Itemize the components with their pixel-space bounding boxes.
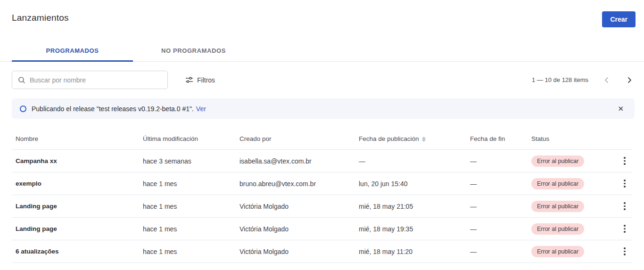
cell-modificacion: hace 1 mes [143, 203, 239, 210]
cell-publicacion: mié, 18 may 21:05 [359, 203, 470, 210]
status-badge: Error al publicar [531, 155, 584, 167]
cell-nombre[interactable]: Campanha xx [12, 157, 143, 164]
cell-publicacion: mié, 18 may 19:35 [359, 225, 470, 233]
cell-publicacion: lun, 20 jun 15:40 [359, 180, 470, 188]
column-header-publicacion[interactable]: Fecha de publicación [359, 135, 470, 142]
column-header-publicacion-label: Fecha de publicación [359, 135, 419, 142]
search-icon [18, 76, 25, 84]
banner-close-button[interactable]: ✕ [615, 103, 627, 114]
table-row[interactable]: Landing page hace 1 mes Victória Molgado… [12, 195, 632, 218]
page-title: Lanzamientos [12, 11, 69, 23]
cell-fin: — [470, 203, 531, 210]
table-header-row: Nombre Última modificación Creado por Fe… [12, 128, 632, 150]
table-row[interactable]: Landing page hace 1 mes Victória Molgado… [12, 218, 632, 240]
spinner-icon [20, 106, 26, 112]
status-badge: Error al publicar [531, 246, 584, 257]
cell-nombre[interactable]: Landing page [12, 203, 143, 210]
releases-page: Lanzamientos Crear PROGRAMADOS NO PROGRA… [0, 0, 644, 270]
cell-fin: — [470, 248, 531, 255]
tab-no-programados[interactable]: NO PROGRAMADOS [133, 41, 254, 62]
cell-nombre[interactable]: 6 atualizações [12, 248, 143, 255]
row-menu-button[interactable] [617, 154, 632, 168]
pagination: 1 — 10 de 128 items [532, 74, 635, 86]
cell-modificacion: hace 1 mes [143, 248, 239, 255]
status-badge: Error al publicar [531, 223, 584, 235]
kebab-icon [624, 225, 626, 227]
tab-bar: PROGRAMADOS NO PROGRAMADOS [0, 41, 644, 62]
kebab-icon [624, 180, 626, 181]
kebab-icon [624, 157, 626, 159]
chevron-right-icon [627, 77, 632, 83]
row-menu-button[interactable] [617, 245, 632, 258]
filters-label: Filtros [197, 76, 215, 84]
table-row[interactable]: 6 atualizações hace 1 mes Victória Molga… [12, 240, 632, 263]
table-row[interactable]: exemplo hace 1 mes bruno.abreu@vtex.com.… [12, 172, 632, 195]
cell-creado: isabella.sa@vtex.com.br [239, 157, 359, 165]
tab-programados[interactable]: PROGRAMADOS [12, 41, 133, 62]
cell-creado: Victória Molgado [239, 203, 359, 210]
cell-modificacion: hace 3 semanas [143, 157, 239, 165]
cell-modificacion: hace 1 mes [143, 180, 239, 188]
chevron-left-icon [604, 77, 609, 83]
column-header-status: Status [531, 135, 613, 142]
prev-page-button[interactable] [602, 74, 611, 86]
kebab-icon [624, 202, 626, 204]
create-button[interactable]: Crear [602, 11, 636, 27]
column-header-nombre: Nombre [12, 135, 143, 142]
releases-table: Nombre Última modificación Creado por Fe… [12, 128, 632, 263]
column-header-modificacion: Última modificación [143, 135, 239, 142]
status-badge: Error al publicar [531, 178, 584, 189]
page-header: Lanzamientos Crear [0, 0, 644, 27]
cell-publicacion: — [359, 157, 470, 165]
cell-fin: — [470, 225, 531, 233]
cell-nombre[interactable]: exemplo [12, 180, 143, 187]
cell-creado: bruno.abreu@vtex.com.br [239, 180, 359, 188]
status-badge: Error al publicar [531, 201, 584, 212]
cell-publicacion: mié, 18 may 11:20 [359, 248, 470, 255]
banner-view-link[interactable]: Ver [196, 105, 206, 113]
cell-nombre[interactable]: Landing page [12, 225, 143, 232]
toolbar: Filtros 1 — 10 de 128 items [0, 62, 644, 89]
filter-icon [185, 76, 193, 83]
column-header-fin: Fecha de fin [470, 135, 531, 142]
sort-icon[interactable] [422, 137, 426, 142]
cell-fin: — [470, 180, 531, 188]
cell-creado: Victória Molgado [239, 248, 359, 255]
row-menu-button[interactable] [617, 199, 632, 213]
next-page-button[interactable] [625, 74, 635, 86]
close-icon: ✕ [618, 105, 624, 113]
banner-message: Publicando el release "test releases v0.… [32, 105, 194, 113]
pagination-range: 1 — 10 de 128 items [532, 76, 588, 83]
cell-creado: Victória Molgado [239, 225, 359, 233]
filters-button[interactable]: Filtros [185, 76, 215, 84]
column-header-creado: Creado por [239, 135, 359, 142]
cell-modificacion: hace 1 mes [143, 225, 239, 233]
kebab-icon [624, 247, 626, 249]
row-menu-button[interactable] [617, 177, 632, 190]
search-box[interactable] [12, 71, 168, 89]
table-row[interactable]: Campanha xx hace 3 semanas isabella.sa@v… [12, 150, 632, 172]
search-input[interactable] [30, 76, 162, 84]
row-menu-button[interactable] [617, 222, 632, 236]
publishing-banner: Publicando el release "test releases v0.… [12, 98, 635, 119]
cell-fin: — [470, 157, 531, 165]
